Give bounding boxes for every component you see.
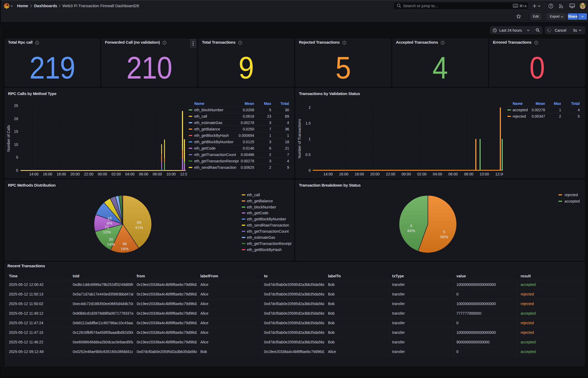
svg-text:?: ? bbox=[550, 4, 551, 7]
